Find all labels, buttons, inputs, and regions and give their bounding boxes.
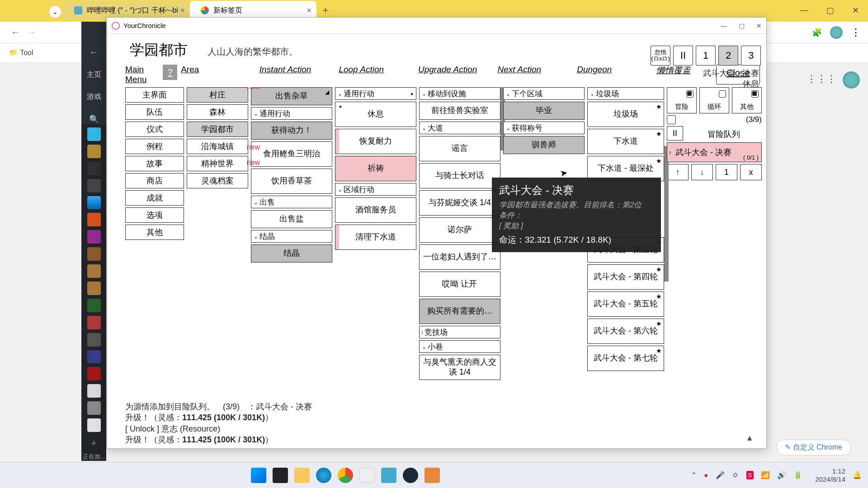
close-icon[interactable]: ✕ (852, 5, 859, 15)
tray-icon[interactable]: ⛭ (732, 471, 739, 479)
lazy-adventure[interactable]: 冒险 (667, 87, 697, 113)
loop-inn[interactable]: 酒馆服务员 (335, 197, 416, 223)
speed-2[interactable]: 2 (718, 46, 738, 66)
start-icon[interactable] (251, 468, 266, 483)
upgrade-smelly[interactable]: 与臭气熏天的商人交谈 1/4 (419, 355, 500, 380)
game-icon[interactable] (87, 367, 101, 380)
menu-routine[interactable]: 例程 (125, 139, 184, 154)
game-icon[interactable] (87, 282, 101, 295)
game-icon[interactable] (87, 264, 101, 278)
chrome-icon[interactable] (338, 468, 353, 483)
tray-icon[interactable]: S (746, 471, 754, 479)
upgrade-knight-talk[interactable]: 与骑士长对话 (419, 163, 500, 188)
game-icon[interactable] (87, 162, 101, 175)
dungeon-trash[interactable]: 垃圾场★ (587, 102, 664, 127)
section-title[interactable]: ⌄获得称号 (503, 122, 585, 134)
section-next-area[interactable]: ⌄下个区域 (503, 87, 585, 100)
lazy-toggle[interactable]: 怠惰 (ロxロ) (651, 46, 670, 66)
upgrade-ouch[interactable]: 哎呦 让开 (419, 272, 500, 297)
steam-home[interactable]: 主页 (87, 70, 101, 80)
menu-other[interactable]: 其他 (125, 225, 184, 240)
game-icon[interactable] (87, 179, 101, 192)
task-icon[interactable] (359, 468, 375, 483)
checkbox-icon[interactable] (686, 90, 693, 98)
queue-remove[interactable]: x (740, 164, 762, 180)
next-tamer[interactable]: 驯兽师 (503, 136, 585, 154)
tray-chevron-icon[interactable]: ⌃ (691, 471, 697, 479)
section-move[interactable]: ⌄移动到设施 (419, 87, 500, 100)
lazy-loop[interactable]: 循环 (699, 87, 729, 113)
upgrade-monster-lab[interactable]: 前往怪兽实验室 (419, 102, 500, 120)
game-icon[interactable] (87, 299, 101, 312)
instant-gain-power[interactable]: 获得动力！ (251, 122, 332, 140)
close-icon[interactable]: ✕ (180, 7, 185, 14)
tray-icon[interactable]: ● (704, 471, 708, 479)
speed-1[interactable]: 1 (696, 46, 716, 66)
instant-drink-tea[interactable]: 饮用香草茶 (251, 169, 332, 194)
task-icon[interactable] (273, 468, 288, 483)
steam-icon[interactable] (403, 468, 418, 483)
instant-sell-salt[interactable]: 出售盐 (251, 210, 332, 228)
checkbox-icon[interactable] (667, 115, 676, 124)
dungeon-r5[interactable]: 武斗大会 - 第五轮★ (587, 291, 664, 317)
apps-grid-icon[interactable]: ⋮⋮⋮ (807, 73, 836, 85)
tray-icon[interactable]: 🎤 (716, 471, 725, 479)
instant-crystal[interactable]: 结晶 (251, 244, 332, 263)
profile-avatar-large[interactable] (843, 71, 860, 89)
explorer-icon[interactable] (294, 468, 310, 483)
task-icon[interactable] (425, 468, 440, 483)
checkbox-icon[interactable] (751, 90, 759, 98)
menu-ritual[interactable]: 仪式 (125, 122, 184, 137)
edge-icon[interactable] (316, 468, 331, 483)
game-icon[interactable] (87, 127, 101, 141)
close-icon[interactable]: ✕ (307, 7, 312, 14)
maximize-icon[interactable]: ▢ (826, 5, 834, 15)
dungeon-sewer[interactable]: 下水道★ (587, 129, 664, 154)
search-icon[interactable]: 🔍 (89, 114, 99, 124)
game-icon[interactable] (87, 213, 101, 226)
wifi-icon[interactable]: 📶 (761, 471, 770, 479)
game-icon[interactable] (87, 247, 101, 261)
queue-item[interactable]: › 武斗大会 - 决赛 ( 0/1 ) (667, 142, 762, 162)
steam-games[interactable]: 游戏 (87, 92, 101, 102)
menu-party[interactable]: 队伍 (125, 104, 184, 120)
game-icon[interactable] (87, 316, 101, 329)
upgrade-buy-all[interactable]: 购买所有需要的… (419, 299, 500, 324)
close-icon[interactable]: ✕ (756, 22, 762, 29)
extensions-icon[interactable]: 🧩 (812, 28, 822, 38)
game-icon[interactable] (87, 145, 101, 158)
tab-dropdown-icon[interactable]: ⌄ (49, 5, 61, 18)
customize-chrome[interactable]: ✎ 自定义 Chrome (776, 440, 851, 455)
scrollbar[interactable] (664, 146, 669, 282)
loop-pray[interactable]: 祈祷 (335, 156, 416, 181)
menu-shop[interactable]: 商店 (125, 173, 184, 188)
queue-pause[interactable]: II (667, 126, 683, 141)
minimize-icon[interactable]: — (800, 5, 808, 15)
menu-achieve[interactable]: 成就 (125, 190, 184, 206)
queue-up[interactable]: ↑ (667, 164, 689, 180)
add-game-icon[interactable]: + (91, 437, 97, 449)
lazy-other[interactable]: 其他 (732, 87, 762, 113)
notifications-icon[interactable]: 🔔 (853, 471, 862, 479)
game-icon[interactable] (87, 333, 101, 347)
section-area-action[interactable]: ⌄区域行动 (335, 183, 416, 196)
steam-back-icon[interactable]: ← (90, 47, 99, 57)
section-general[interactable]: ⌄通用行动● (335, 87, 416, 100)
section-crystal[interactable]: ⌄结晶 (251, 230, 332, 243)
minimize-icon[interactable]: — (721, 22, 727, 29)
instant-sell-grass[interactable]: 出售杂草◢ (251, 87, 332, 105)
menu-options[interactable]: 选项 (125, 207, 184, 223)
section-general[interactable]: ⌄通用行动 (251, 107, 332, 120)
loop-rest[interactable]: ●休息 (335, 102, 416, 127)
game-icon[interactable] (87, 401, 101, 415)
game-icon[interactable] (87, 230, 101, 244)
clock[interactable]: 1:12 2024/8/14 (815, 467, 845, 483)
section-alley[interactable]: ⌄小巷 (419, 340, 500, 353)
area-soul[interactable]: 灵魂档案 (187, 173, 248, 188)
area-village[interactable]: 村庄 (187, 87, 248, 103)
area-coast[interactable]: 沿海城镇 (187, 139, 248, 154)
queue-down[interactable]: ↓ (691, 164, 713, 180)
checkbox-icon[interactable] (719, 90, 726, 98)
instant-eat-fish[interactable]: 食用鲣鱼三明治 (251, 141, 332, 167)
game-icon[interactable] (87, 384, 101, 398)
